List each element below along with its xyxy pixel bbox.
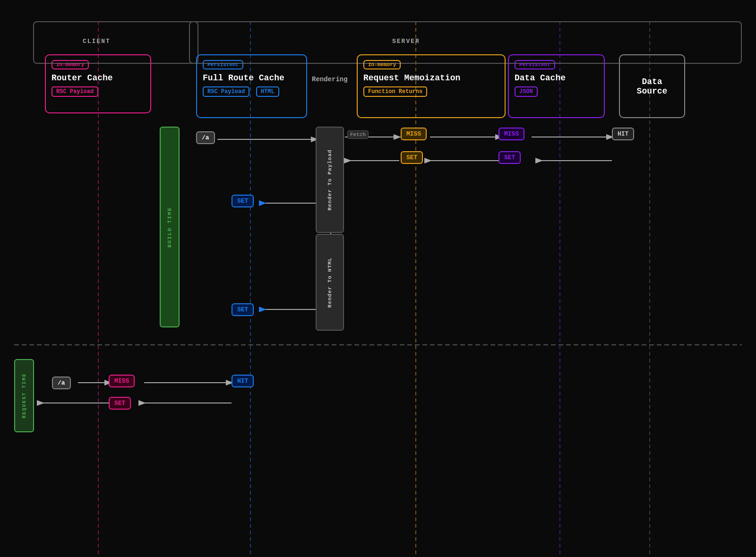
hit-source-node: HIT bbox=[612, 128, 634, 140]
rsc-payload-badge: RSC Payload bbox=[203, 86, 249, 97]
request-time-label: REQUEST TIME bbox=[22, 373, 27, 418]
miss-router-node: MISS bbox=[109, 375, 135, 387]
data-cache-title: Data Cache bbox=[515, 73, 598, 83]
server-label: SERVER bbox=[392, 38, 420, 45]
rendering-label: Rendering bbox=[312, 76, 348, 83]
build-time-label: BUILD TIME bbox=[167, 206, 172, 247]
data-source-title: DataSource bbox=[637, 77, 668, 96]
router-cache-badge: In-memory bbox=[52, 60, 89, 69]
memo-badge: In-memory bbox=[363, 60, 401, 69]
memo-title: Request Memoization bbox=[363, 73, 499, 83]
router-cache-title: Router Cache bbox=[52, 73, 145, 83]
router-cache-box: In-memory Router Cache RSC Payload bbox=[45, 54, 151, 113]
data-cache-badge: Persistent bbox=[515, 60, 555, 69]
render-to-payload-box: Render To Payload bbox=[316, 127, 344, 233]
diagram: CLIENT SERVER In-memory Router Cache RSC… bbox=[0, 0, 756, 557]
json-badge: JSON bbox=[515, 86, 538, 97]
request-time-bar: REQUEST TIME bbox=[14, 359, 34, 432]
hit-fullroute-node: HIT bbox=[232, 375, 254, 387]
miss-data-node: MISS bbox=[498, 128, 524, 140]
function-returns-badge: Function Returns bbox=[363, 86, 427, 97]
set-fullroute-rsc-node: SET bbox=[232, 195, 254, 207]
slash-a-request: /a bbox=[52, 377, 71, 389]
full-route-cache-box: Persistent Full Route Cache RSC Payload … bbox=[196, 54, 307, 118]
full-route-title: Full Route Cache bbox=[203, 73, 301, 83]
data-source-box: DataSource bbox=[619, 54, 685, 118]
fetch-label: Fetch bbox=[347, 130, 369, 139]
render-to-html-box: Render To HTML bbox=[316, 234, 344, 331]
client-label: CLIENT bbox=[83, 38, 111, 45]
html-badge: HTML bbox=[256, 86, 279, 97]
full-route-badge: Persistent bbox=[203, 60, 243, 69]
request-memo-box: In-memory Request Memoization Function R… bbox=[357, 54, 506, 118]
set-memo-node: SET bbox=[401, 151, 423, 164]
set-fullroute-html-node: SET bbox=[232, 303, 254, 316]
miss-memo-node: MISS bbox=[401, 128, 427, 140]
build-time-bar: BUILD TIME bbox=[160, 127, 180, 327]
render-to-html-label: Render To HTML bbox=[327, 257, 333, 307]
set-router-node: SET bbox=[109, 397, 131, 410]
set-data-node: SET bbox=[498, 151, 521, 164]
slash-a-build: /a bbox=[196, 131, 215, 144]
rsc-payload-badge-router: RSC Payload bbox=[52, 86, 98, 97]
render-to-payload-label: Render To Payload bbox=[327, 149, 333, 210]
data-cache-box: Persistent Data Cache JSON bbox=[508, 54, 605, 118]
